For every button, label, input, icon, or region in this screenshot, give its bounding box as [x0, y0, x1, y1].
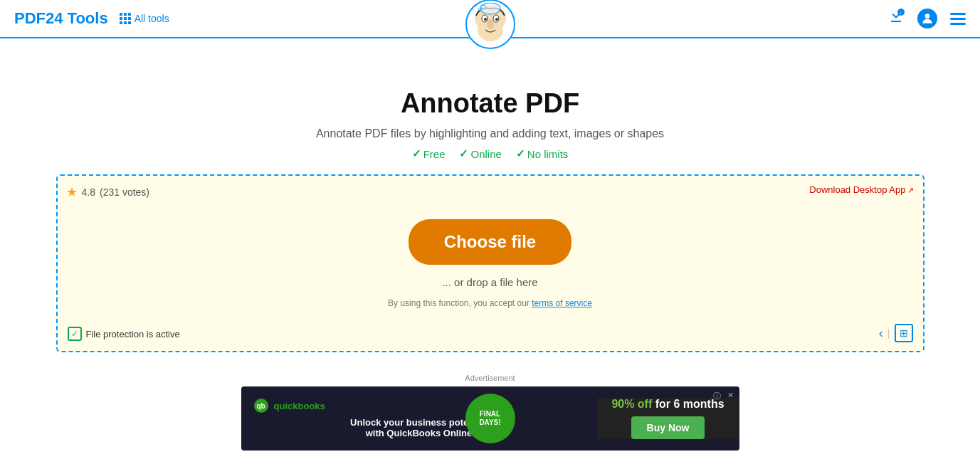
rating-value: 4.8 [82, 186, 95, 198]
file-dropzone[interactable]: ★ 4.8 (231 votes) Download Desktop App C… [56, 174, 924, 352]
ad-info-icon[interactable]: ⓘ [713, 391, 721, 401]
all-tools-label: All tools [135, 13, 169, 24]
tos-prefix: By using this function, you accept our [388, 298, 532, 308]
expand-icon[interactable]: ⊞ [895, 324, 913, 342]
user-avatar[interactable] [917, 9, 937, 28]
logo-link[interactable]: PDF24 Tools [14, 9, 108, 28]
svg-text:↓: ↓ [900, 10, 902, 15]
check-icon: ✓ [459, 147, 468, 160]
ad-headline: Unlock your business potentialwith Quick… [254, 417, 584, 438]
svg-point-8 [481, 5, 485, 9]
ad-close-icon[interactable]: ✕ [727, 391, 734, 400]
mascot-logo [465, 0, 515, 43]
features-row: ✓ Free ✓ Online ✓ No limits [412, 147, 569, 160]
ad-banner: qb quickbooks Unlock your business poten… [241, 386, 739, 451]
nav-back-icon[interactable]: ‹ [879, 326, 883, 341]
tos-link[interactable]: terms of service [532, 298, 592, 308]
check-icon: ✓ [412, 147, 421, 160]
ad-discount-text: 90% off for 6 months [611, 398, 724, 411]
tos-text: By using this function, you accept our t… [388, 298, 592, 308]
feature-free-label: Free [423, 148, 446, 160]
file-protection-label: File protection is active [86, 329, 180, 339]
check-icon: ✓ [516, 147, 525, 160]
rating-votes: (231 votes) [100, 186, 149, 198]
buy-now-button[interactable]: Buy Now [631, 416, 705, 439]
file-protection-row: ✓ File protection is active [68, 327, 180, 341]
grid-icon [120, 13, 131, 24]
choose-file-button[interactable]: Choose file [409, 219, 571, 265]
download-desktop-link[interactable]: Download Desktop App [809, 184, 914, 195]
logo-text: PDF24 Tools [14, 9, 108, 28]
page-title: Annotate PDF [401, 88, 579, 119]
svg-point-5 [495, 18, 498, 21]
ad-quickbooks-logo: qb quickbooks [254, 399, 584, 413]
feature-online: ✓ Online [459, 147, 501, 160]
ad-right: 90% off for 6 months Buy Now [597, 398, 739, 439]
header: PDF24 Tools All tools [0, 0, 980, 38]
svg-point-9 [478, 8, 481, 11]
feature-no-limits: ✓ No limits [516, 147, 569, 160]
dropzone-nav: ‹ | ⊞ [879, 324, 913, 342]
svg-point-12 [925, 14, 930, 19]
feature-online-label: Online [470, 148, 501, 160]
svg-point-4 [484, 18, 487, 21]
download-app-icon[interactable]: ↓ [887, 8, 905, 29]
ad-left: qb quickbooks Unlock your business poten… [241, 389, 597, 448]
main-content: Annotate PDF Annotate PDF files by highl… [0, 38, 980, 451]
ad-label: Advertisement [241, 374, 739, 382]
drop-text: ... or drop a file here [442, 276, 537, 288]
feature-no-limits-label: No limits [527, 148, 569, 160]
svg-point-6 [487, 19, 494, 29]
ad-badge-line2: DAYS! [479, 418, 500, 427]
all-tools-link[interactable]: All tools [120, 13, 169, 24]
ad-badge: FINAL DAYS! [465, 394, 515, 443]
hamburger-menu-icon[interactable] [950, 13, 966, 25]
ad-badge-line1: FINAL [480, 410, 500, 418]
quickbooks-icon: qb [254, 399, 268, 413]
rating-section: ★ 4.8 (231 votes) [66, 184, 150, 200]
feature-free: ✓ Free [412, 147, 446, 160]
ad-section: Advertisement qb quickbooks Unlock your … [241, 374, 739, 451]
shield-icon: ✓ [68, 327, 82, 341]
page-subtitle: Annotate PDF files by highlighting and a… [316, 127, 664, 140]
ad-brand-name: quickbooks [274, 401, 325, 411]
star-icon: ★ [66, 184, 78, 200]
header-right: ↓ [887, 8, 966, 29]
